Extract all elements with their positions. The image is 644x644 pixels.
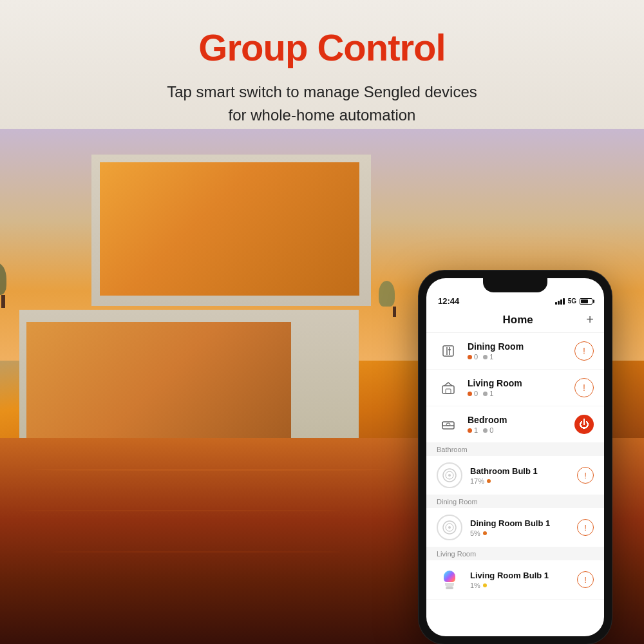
color-bulb-icon	[440, 571, 459, 589]
bar-3	[560, 299, 562, 305]
offline-dot	[468, 392, 472, 396]
bedroom-stat-offline: 1	[468, 426, 478, 434]
app-header-title: Home	[450, 314, 586, 327]
section-living-room: Living Room	[426, 547, 604, 560]
dining-bulb-status: 5%	[470, 529, 569, 537]
battery-fill	[581, 299, 588, 303]
bathroom-bulb-icon	[437, 462, 462, 488]
dining-room-icon	[437, 339, 460, 363]
svg-point-14	[448, 526, 451, 529]
dining-bulb-dot	[483, 531, 487, 535]
bedroom-name: Bedroom	[468, 415, 567, 425]
svg-rect-0	[443, 346, 453, 356]
living-bulb-dot	[483, 583, 487, 587]
tree-right	[379, 281, 411, 317]
dining-room-stats: 0 1	[468, 353, 567, 361]
online-dot	[483, 428, 488, 433]
subtitle-line2: for whole-home automation	[229, 106, 416, 124]
dining-stat-offline: 0	[468, 353, 478, 361]
living-bulb-info: Living Room Bulb 1 1%	[470, 571, 569, 589]
upper-floor	[91, 155, 371, 306]
svg-point-11	[448, 474, 451, 477]
living-room-name: Living Room	[468, 378, 567, 388]
dining-bulb-svg	[442, 520, 457, 535]
living-icon-svg	[441, 381, 455, 395]
bulb-svg	[442, 468, 457, 483]
bar-2	[558, 301, 560, 305]
ripple-1	[32, 469, 386, 471]
app-header: Home +	[426, 310, 604, 333]
bathroom-bulb-brightness: 17%	[470, 477, 484, 485]
colorful-bulb	[442, 571, 457, 589]
dining-bulb-info: Dining Room Bulb 1 5%	[470, 518, 569, 537]
phone-notch	[483, 278, 547, 292]
device-bathroom-bulb-1[interactable]: Bathroom Bulb 1 17% !	[426, 456, 604, 495]
lower-window	[26, 322, 291, 443]
dining-stat-online: 1	[483, 353, 493, 361]
room-item-dining[interactable]: Dining Room 0 1 !	[426, 333, 604, 370]
ripple-2	[19, 510, 341, 511]
bathroom-bulb-warning[interactable]: !	[577, 467, 594, 484]
living-bulb-icon	[437, 567, 462, 592]
living-bulb-brightness: 1%	[470, 582, 480, 589]
device-living-bulb-1[interactable]: Living Room Bulb 1 1% !	[426, 560, 604, 600]
section-dining-room: Dining Room	[426, 495, 604, 508]
signal-bars-icon	[555, 298, 565, 305]
offline-dot	[468, 355, 472, 359]
status-icons: 5G	[555, 298, 592, 305]
phone-container: 12:44 5G	[419, 270, 612, 644]
living-stat-online: 1	[483, 390, 493, 397]
bulb-base	[446, 587, 453, 589]
ripple-3	[52, 551, 341, 553]
top-section: Group Control Tap smart switch to manage…	[0, 0, 644, 127]
dining-room-name: Dining Room	[468, 341, 567, 352]
section-bathroom: Bathroom	[426, 443, 604, 456]
main-title: Group Control	[0, 26, 644, 69]
offline-dot	[468, 428, 472, 433]
bedroom-icon	[437, 413, 460, 436]
bedroom-stat-online: 0	[483, 426, 493, 434]
battery-icon	[580, 298, 592, 305]
upper-window	[100, 162, 360, 296]
living-room-stats: 0 1	[468, 390, 567, 397]
dining-room-info: Dining Room 0 1	[468, 341, 567, 361]
bulb-top	[444, 571, 455, 582]
bedroom-action[interactable]: ⏻	[574, 415, 594, 434]
living-bulb-warning[interactable]: !	[577, 571, 594, 588]
network-type: 5G	[568, 298, 576, 305]
dining-bulb-icon	[437, 515, 462, 540]
room-item-bedroom[interactable]: Bedroom 1 0 ⏻	[426, 406, 604, 443]
device-dining-bulb-1[interactable]: Dining Room Bulb 1 5% !	[426, 508, 604, 547]
bathroom-bulb-status: 17%	[470, 477, 569, 485]
living-room-action[interactable]: !	[574, 378, 594, 397]
bedroom-info: Bedroom 1 0	[468, 415, 567, 434]
dining-icon-svg	[441, 344, 455, 358]
bathroom-bulb-dot	[487, 479, 491, 483]
dining-bulb-warning[interactable]: !	[577, 519, 594, 536]
living-bulb-name: Living Room Bulb 1	[470, 571, 569, 580]
svg-rect-5	[442, 386, 454, 393]
page-wrapper: Group Control Tap smart switch to manage…	[0, 0, 644, 644]
phone-frame: 12:44 5G	[419, 270, 612, 644]
dining-room-action[interactable]: !	[574, 341, 594, 361]
living-bulb-status: 1%	[470, 582, 569, 589]
bathroom-bulb-info: Bathroom Bulb 1 17%	[470, 466, 569, 485]
online-dot	[483, 392, 488, 396]
bathroom-bulb-name: Bathroom Bulb 1	[470, 466, 569, 476]
status-time: 12:44	[438, 296, 459, 306]
living-room-info: Living Room 0 1	[468, 378, 567, 397]
bar-1	[555, 302, 557, 305]
subtitle: Tap smart switch to manage Sengled devic…	[0, 80, 644, 127]
online-dot	[483, 355, 488, 359]
phone-screen: 12:44 5G	[426, 278, 604, 636]
tree-left	[0, 263, 19, 308]
bedroom-stats: 1 0	[468, 426, 567, 434]
add-button[interactable]: +	[586, 312, 594, 327]
bedroom-icon-svg	[441, 417, 455, 431]
bar-4	[563, 298, 565, 305]
living-stat-offline: 0	[468, 390, 478, 397]
room-item-living[interactable]: Living Room 0 1 !	[426, 370, 604, 406]
subtitle-line1: Tap smart switch to manage Sengled devic…	[167, 83, 477, 100]
living-room-icon	[437, 376, 460, 399]
dining-bulb-name: Dining Room Bulb 1	[470, 518, 569, 528]
